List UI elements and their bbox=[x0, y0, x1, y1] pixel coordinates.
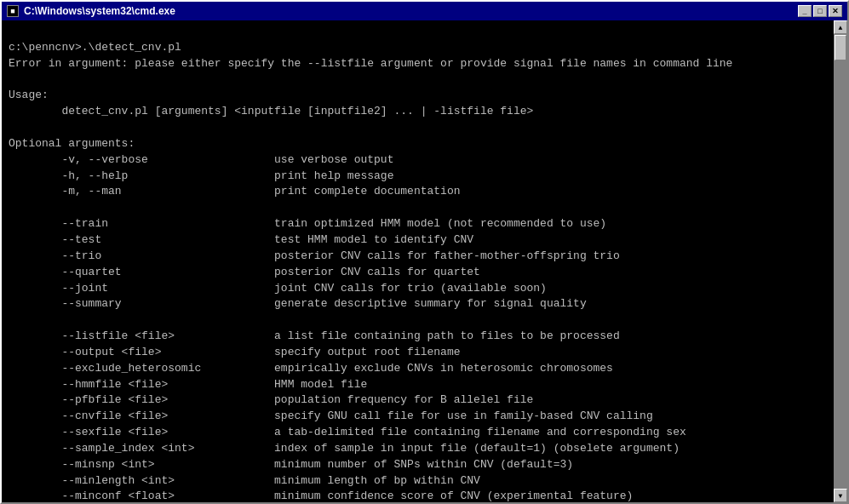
window-title: C:\Windows\system32\cmd.exe bbox=[24, 5, 175, 17]
title-bar: ■ C:\Windows\system32\cmd.exe _ □ ✕ bbox=[2, 2, 847, 20]
cmd-icon: ■ bbox=[7, 5, 19, 17]
title-buttons: _ □ ✕ bbox=[798, 5, 842, 17]
scroll-track bbox=[834, 34, 847, 489]
close-button[interactable]: ✕ bbox=[829, 5, 842, 17]
scroll-down-button[interactable]: ▼ bbox=[834, 489, 847, 502]
scroll-up-button[interactable]: ▲ bbox=[834, 20, 847, 34]
console-output: c:\penncnv>.\detect_cnv.pl Error in argu… bbox=[2, 20, 847, 502]
maximize-button[interactable]: □ bbox=[813, 5, 827, 17]
scroll-thumb[interactable] bbox=[835, 35, 846, 60]
title-bar-left: ■ C:\Windows\system32\cmd.exe bbox=[7, 5, 175, 17]
minimize-button[interactable]: _ bbox=[798, 5, 812, 17]
scrollbar[interactable]: ▲ ▼ bbox=[834, 20, 847, 502]
cmd-window: ■ C:\Windows\system32\cmd.exe _ □ ✕ c:\p… bbox=[0, 0, 849, 504]
